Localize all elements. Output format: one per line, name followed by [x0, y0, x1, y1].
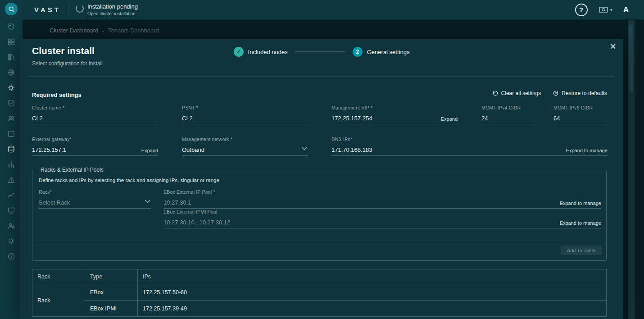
dns-ips-field: DNS IPs* 171.70.168.183 Expand to manage — [331, 137, 608, 156]
sidebar: ? — [0, 0, 23, 319]
expand-link[interactable]: Expand — [141, 148, 158, 153]
administrators-icon[interactable] — [7, 221, 16, 230]
ips-cell: 172.25.157.39-49 — [138, 301, 607, 317]
stepper: ✓ Included nodes 2 General settings — [20, 47, 623, 57]
installation-status-title: Installation pending — [87, 3, 138, 10]
field-value: Outband — [182, 146, 204, 153]
avatar[interactable]: A — [623, 5, 629, 14]
field-label: EBox External IPMI Pool — [163, 209, 601, 214]
expand-to-manage-link[interactable]: Expand to manage — [566, 148, 608, 153]
field-value: 64 — [553, 115, 560, 122]
field-value: 172.25.157.1 — [32, 146, 66, 153]
field-label: Rack* — [39, 189, 151, 195]
field-value: 10.27.30.1 — [163, 199, 191, 206]
step-2-badge: 2 — [353, 47, 363, 57]
page-subtitle: Select configuration for install — [32, 60, 103, 67]
type-cell: EBox — [85, 284, 138, 301]
storage-icon[interactable] — [7, 145, 16, 153]
column-header-ips: IPs — [138, 269, 607, 284]
expand-to-manage-link[interactable]: Expand to manage — [560, 220, 601, 226]
mgmt-ipv6-cidr-field: MGMT IPv6 CIDR 64 — [553, 105, 608, 124]
help-icon[interactable]: ? — [7, 252, 16, 260]
racks-description: Define racks and IPs by selecting the ra… — [39, 178, 219, 183]
settings-icon[interactable] — [7, 237, 16, 245]
ebox-external-ip-pool-input[interactable]: 10.27.30.1 Expand to manage — [163, 197, 601, 209]
alarms-icon[interactable] — [7, 175, 16, 184]
field-label: Management network * — [182, 137, 308, 142]
page-title: Cluster install — [32, 46, 95, 56]
field-value: CL2 — [32, 115, 43, 122]
mgmt-ipv4-cidr-input[interactable]: 24 — [481, 113, 535, 124]
dashboard-grid-icon[interactable] — [7, 37, 16, 46]
step-2-label[interactable]: General settings — [367, 49, 410, 55]
clear-all-settings-label: Clear all settings — [501, 90, 541, 96]
quotas-icon[interactable] — [7, 129, 16, 138]
rack-name-cell: Rack — [32, 284, 85, 317]
monitoring-icon[interactable] — [7, 22, 16, 31]
rack-select[interactable]: Select Rack — [39, 197, 151, 209]
expand-to-manage-link[interactable]: Expand to manage — [560, 201, 601, 206]
restore-to-defaults-button[interactable]: Restore to defaults — [553, 90, 607, 96]
security-icon[interactable] — [7, 99, 16, 107]
help-button[interactable]: ? — [575, 4, 588, 16]
services-icon[interactable] — [7, 83, 16, 92]
divider — [29, 76, 614, 77]
field-label: MGMT IPv4 CIDR — [481, 105, 535, 110]
topbar-divider — [68, 5, 68, 15]
type-cell: EBox IPMI — [85, 301, 138, 317]
field-value: CL2 — [182, 115, 193, 122]
field-value: 24 — [481, 115, 488, 122]
column-header-rack: Rack — [32, 269, 85, 284]
ebox-external-ip-pool-field: EBox External IP Pool * 10.27.30.1 Expan… — [163, 189, 601, 209]
field-label: EBox External IP Pool * — [163, 189, 601, 195]
management-network-select[interactable]: Outband — [182, 144, 308, 156]
users-icon[interactable] — [7, 114, 16, 123]
field-value: 171.70.168.183 — [331, 146, 372, 153]
ebox-external-ipmi-pool-field: EBox External IPMI Pool 10.27.30.10 , 10… — [163, 209, 601, 228]
section-title: Required settings — [32, 91, 82, 98]
table-header-row: Rack Type IPs — [32, 269, 607, 284]
mgmt-ipv6-cidr-input[interactable]: 64 — [553, 113, 608, 124]
clear-all-settings-button[interactable]: Clear all settings — [492, 90, 541, 96]
management-vip-field: Management VIP * 172.25.157.254 Expand — [331, 105, 458, 124]
open-cluster-installation-link[interactable]: Open cluster installation — [87, 11, 138, 16]
vast-logo: VAST — [34, 6, 61, 14]
chevron-down-icon — [145, 197, 150, 205]
activity-trend-icon[interactable] — [7, 191, 16, 199]
psnt-input[interactable]: CL2 — [182, 113, 308, 124]
step-1-label[interactable]: Included nodes — [248, 49, 288, 55]
rack-select-field: Rack* Select Rack — [39, 189, 151, 209]
catalog-icon[interactable] — [7, 53, 16, 61]
field-value: 10.27.30.10 , 10.27.30.12 — [163, 219, 230, 226]
expand-link[interactable]: Expand — [441, 116, 458, 122]
field-value: Select Rack — [39, 199, 70, 206]
racks-table: Rack Type IPs Rack EBox 172.25.157.50-60… — [32, 269, 607, 317]
search-icon[interactable] — [5, 3, 18, 15]
chevron-down-icon — [302, 144, 307, 152]
add-to-table-button[interactable]: Add To Table — [561, 246, 602, 255]
management-network-field: Management network * Outband — [182, 137, 308, 156]
field-label: DNS IPs* — [331, 137, 608, 142]
analytics-icon[interactable] — [7, 160, 16, 169]
step-1-check-icon: ✓ — [234, 47, 244, 57]
cluster-refresh-icon[interactable]: ▾ — [599, 6, 612, 14]
cluster-name-field: Cluster name * CL2 — [32, 105, 158, 124]
external-gateway-field: External gateway* 172.25.157.1 Expand — [32, 137, 158, 156]
management-vip-input[interactable]: 172.25.157.254 Expand — [331, 113, 458, 124]
divider — [32, 243, 606, 243]
restore-to-defaults-label: Restore to defaults — [562, 90, 607, 96]
field-label: Management VIP * — [331, 105, 458, 110]
hardware-icon[interactable] — [7, 206, 16, 214]
field-label: PSNT * — [182, 105, 308, 110]
fieldset-legend: Racks & External IP Pools — [38, 167, 106, 173]
dns-ips-input[interactable]: 171.70.168.183 Expand to manage — [331, 144, 608, 156]
network-icon[interactable] — [7, 68, 16, 77]
mgmt-ipv4-cidr-field: MGMT IPv4 CIDR 24 — [481, 105, 535, 124]
field-label: MGMT IPv6 CIDR — [553, 105, 608, 110]
cluster-name-input[interactable]: CL2 — [32, 113, 158, 124]
external-gateway-input[interactable]: 172.25.157.1 Expand — [32, 144, 158, 156]
racks-external-ip-pools-section: Racks & External IP Pools Define racks a… — [32, 170, 607, 261]
ebox-external-ipmi-pool-input[interactable]: 10.27.30.10 , 10.27.30.12 Expand to mana… — [163, 217, 601, 228]
installation-status: Installation pending Open cluster instal… — [76, 3, 138, 16]
svg-text:?: ? — [10, 254, 13, 259]
